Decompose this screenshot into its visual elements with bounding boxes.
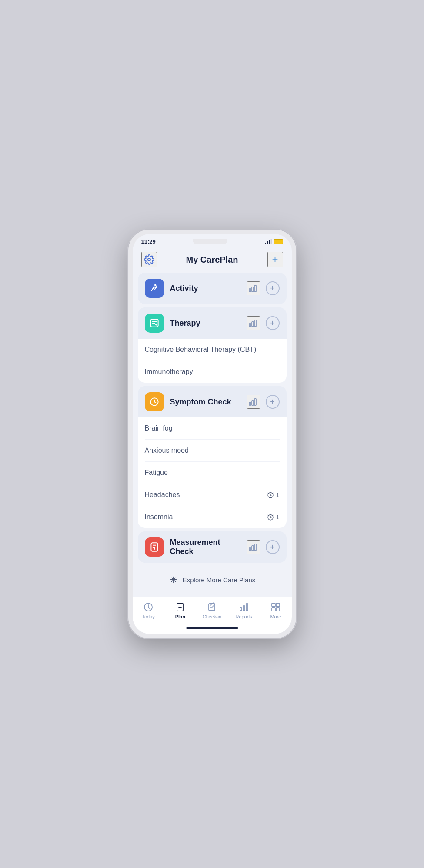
symptom-icon [149, 396, 160, 407]
symptom-label: Symptom Check [170, 397, 240, 407]
bar-chart-icon-3 [249, 398, 258, 406]
therapy-icon-bg [145, 314, 164, 333]
symptom-chart-button[interactable] [247, 395, 260, 409]
list-item[interactable]: Brain fog [145, 417, 280, 440]
edit-icon [207, 602, 217, 612]
svg-rect-6 [252, 287, 254, 292]
plan-label: Plan [175, 614, 185, 619]
headaches-badge: 1 [267, 491, 280, 499]
activity-card: Activity + [138, 273, 287, 304]
activity-add-button[interactable]: + [266, 281, 280, 295]
status-time: 11:29 [141, 238, 156, 245]
checkin-label: Check-in [203, 614, 221, 619]
therapy-chart-button[interactable] [247, 316, 260, 330]
activity-chart-button[interactable] [247, 281, 260, 295]
notch [193, 239, 227, 244]
list-item[interactable]: Insomnia 1 [145, 506, 280, 528]
svg-rect-21 [249, 548, 251, 551]
list-item[interactable]: Immunotherapy [145, 361, 280, 383]
nav-reports[interactable]: Reports [228, 601, 260, 619]
gear-icon [144, 254, 154, 265]
more-icon [270, 601, 281, 613]
activity-header: Activity + [138, 273, 287, 304]
measurement-actions: + [247, 540, 280, 554]
bar-chart-icon-2 [249, 319, 258, 327]
svg-rect-32 [272, 608, 275, 611]
symptom-add-button[interactable]: + [266, 395, 280, 409]
svg-rect-28 [243, 606, 245, 611]
symptom-actions: + [247, 395, 280, 409]
therapy-icon [149, 317, 160, 329]
svg-rect-3 [270, 239, 272, 244]
explore-label: Explore More Care Plans [183, 576, 256, 584]
therapy-card: Therapy + Cognitiv [138, 307, 287, 383]
symptom-anxious: Anxious mood [145, 447, 189, 454]
clipboard-plus-icon [175, 602, 185, 612]
svg-rect-12 [254, 320, 256, 327]
plan-icon [174, 601, 186, 613]
list-item[interactable]: Fatigue [145, 462, 280, 484]
svg-rect-33 [276, 608, 280, 611]
bar-chart-icon-4 [249, 543, 258, 551]
measurement-chart-button[interactable] [247, 540, 260, 554]
phone-screen: 11:29 My CarePlan [133, 234, 292, 634]
home-indicator [133, 622, 292, 634]
svg-rect-23 [254, 544, 256, 551]
measurement-add-button[interactable]: + [266, 540, 280, 554]
phone-frame: 11:29 My CarePlan [127, 229, 297, 639]
explore-section[interactable]: Explore More Care Plans [138, 566, 287, 593]
therapy-sub-items: Cognitive Behavioral Therapy (CBT) Immun… [138, 339, 287, 383]
svg-rect-27 [240, 608, 242, 611]
svg-point-20 [154, 548, 155, 550]
measurement-icon-bg [145, 537, 164, 557]
svg-rect-5 [249, 289, 251, 292]
insomnia-badge: 1 [267, 513, 280, 521]
list-item[interactable]: Cognitive Behavioral Therapy (CBT) [145, 339, 280, 361]
list-item[interactable]: Anxious mood [145, 440, 280, 462]
symptom-header: Symptom Check + [138, 386, 287, 417]
activity-icon [145, 279, 164, 298]
symptom-sub-items: Brain fog Anxious mood Fatigue Headaches [138, 417, 287, 528]
therapy-label: Therapy [170, 319, 240, 328]
therapy-header: Therapy + [138, 307, 287, 339]
add-button[interactable]: + [267, 252, 283, 267]
symptom-headaches: Headaches [145, 491, 180, 499]
battery-icon [274, 239, 283, 244]
therapy-add-button[interactable]: + [266, 316, 280, 330]
status-bar: 11:29 [133, 234, 292, 247]
alarm-icon [267, 491, 274, 499]
svg-rect-1 [267, 241, 268, 244]
activity-label: Activity [170, 284, 240, 293]
clock-icon [143, 602, 154, 612]
nav-plan[interactable]: Plan [164, 601, 196, 619]
measurement-header: Measurement Check + [138, 531, 287, 563]
list-item[interactable]: Headaches 1 [145, 484, 280, 506]
checkin-icon [207, 601, 218, 613]
more-label: More [270, 614, 281, 619]
running-icon [149, 283, 160, 294]
symptom-insomnia: Insomnia [145, 513, 173, 521]
today-label: Today [142, 614, 154, 619]
measurement-label: Measurement Check [170, 538, 240, 556]
symptom-card: Symptom Check + Br [138, 386, 287, 528]
svg-rect-14 [249, 402, 251, 405]
nav-today[interactable]: Today [133, 601, 164, 619]
svg-point-9 [155, 324, 157, 325]
page-header: My CarePlan + [133, 247, 292, 273]
nav-checkin[interactable]: Check-in [196, 601, 228, 619]
therapy-item-cbt: Cognitive Behavioral Therapy (CBT) [145, 346, 257, 354]
reports-bar-icon [239, 602, 249, 612]
headaches-count: 1 [276, 491, 280, 498]
therapy-actions: + [247, 316, 280, 330]
measurement-icon [149, 541, 160, 553]
alarm-icon-2 [267, 513, 274, 521]
settings-button[interactable] [141, 252, 157, 267]
svg-rect-2 [269, 240, 270, 244]
scroll-content: Activity + [133, 273, 292, 597]
symptom-fatigue: Fatigue [145, 469, 168, 477]
today-icon [143, 601, 154, 613]
page-title: My CarePlan [186, 255, 238, 265]
reports-icon [238, 601, 250, 613]
nav-more[interactable]: More [260, 601, 291, 619]
svg-rect-15 [252, 401, 254, 405]
